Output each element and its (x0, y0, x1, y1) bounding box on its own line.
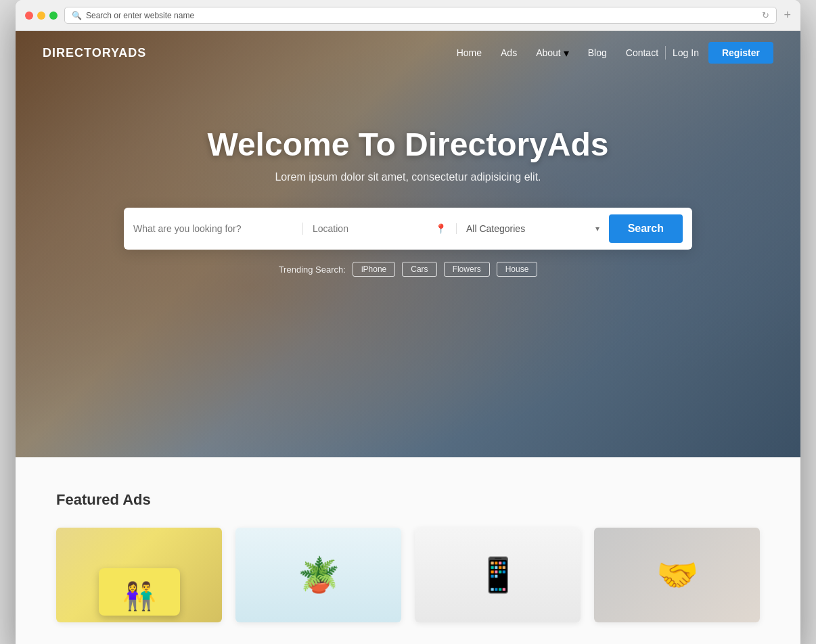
register-button[interactable]: Register (708, 42, 773, 64)
search-input-wrap (133, 223, 303, 235)
ad-image-handshake (594, 528, 760, 622)
nav-divider (665, 46, 666, 60)
nav-item-about[interactable]: About ▾ (536, 47, 569, 60)
nav-link-home[interactable]: Home (457, 47, 482, 58)
search-icon: 🔍 (72, 11, 82, 20)
search-input[interactable] (133, 223, 293, 234)
close-dot[interactable] (25, 12, 33, 20)
site-wrapper: DIRECTORYADS Home Ads About ▾ Blog Conta… (16, 31, 800, 644)
featured-ads-title: Featured Ads (56, 491, 760, 509)
ad-card-2[interactable] (235, 528, 401, 622)
trending-section: Trending Search: iPhone Cars Flowers Hou… (279, 262, 538, 277)
ad-image-couple (56, 528, 222, 622)
address-bar[interactable]: 🔍 Search or enter website name ↻ (64, 7, 777, 24)
maximize-dot[interactable] (49, 12, 58, 20)
search-button[interactable]: Search (609, 214, 683, 243)
nav-link-about[interactable]: About (536, 47, 561, 58)
ad-card-1[interactable] (56, 528, 222, 622)
nav-item-home[interactable]: Home (457, 47, 482, 59)
ad-image-1 (56, 528, 222, 622)
nav-menu: Home Ads About ▾ Blog Contact (457, 47, 658, 60)
ad-image-4 (594, 528, 760, 622)
nav-link-contact[interactable]: Contact (626, 47, 658, 58)
trending-tag-cars[interactable]: Cars (402, 262, 436, 277)
address-text: Search or enter website name (86, 11, 194, 20)
site-logo[interactable]: DIRECTORYADS (43, 46, 146, 60)
browser-window: 🔍 Search or enter website name ↻ + DIREC… (16, 0, 800, 644)
chevron-down-icon: ▾ (564, 47, 569, 60)
ad-card-4[interactable] (594, 528, 760, 622)
nav-item-contact[interactable]: Contact (626, 47, 658, 59)
category-select[interactable]: All Categories Real Estate Automotive El… (466, 223, 591, 234)
nav-link-ads[interactable]: Ads (501, 47, 517, 58)
minimize-dot[interactable] (37, 12, 45, 20)
category-wrap: All Categories Real Estate Automotive El… (457, 223, 609, 234)
ad-image-plant (235, 528, 401, 622)
search-bar: 📍 All Categories Real Estate Automotive … (124, 208, 692, 250)
featured-ads-section: Featured Ads (16, 457, 800, 644)
browser-dots (25, 12, 58, 20)
reload-icon[interactable]: ↻ (762, 10, 769, 20)
hero-subtitle: Lorem ipsum dolor sit amet, consectetur … (275, 171, 541, 183)
nav-item-blog[interactable]: Blog (588, 47, 607, 59)
navbar: DIRECTORYADS Home Ads About ▾ Blog Conta… (16, 31, 800, 74)
trending-tag-flowers[interactable]: Flowers (444, 262, 490, 277)
trending-tag-house[interactable]: House (497, 262, 538, 277)
ads-grid (56, 528, 760, 622)
location-wrap: 📍 (303, 223, 457, 234)
ad-image-phone (415, 528, 581, 622)
nav-link-blog[interactable]: Blog (588, 47, 607, 58)
hero-title: Welcome To DirectoryAds (207, 126, 608, 163)
ad-image-2 (235, 528, 401, 622)
location-input[interactable] (313, 223, 431, 234)
ad-card-3[interactable] (415, 528, 581, 622)
trending-tag-iphone[interactable]: iPhone (353, 262, 395, 277)
trending-label: Trending Search: (279, 264, 346, 275)
new-tab-button[interactable]: + (784, 8, 791, 22)
browser-toolbar: 🔍 Search or enter website name ↻ + (16, 0, 800, 31)
category-chevron-icon: ▾ (595, 224, 599, 233)
hero-section: DIRECTORYADS Home Ads About ▾ Blog Conta… (16, 31, 800, 457)
location-pin-icon: 📍 (435, 223, 447, 234)
ad-image-3 (415, 528, 581, 622)
nav-item-ads[interactable]: Ads (501, 47, 517, 59)
login-link[interactable]: Log In (673, 47, 699, 58)
